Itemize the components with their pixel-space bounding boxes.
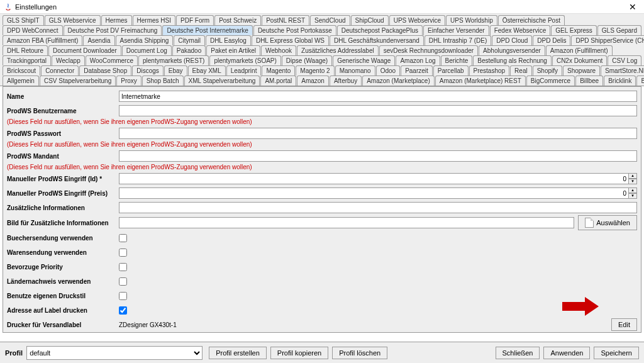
tab[interactable]: Connector <box>41 65 79 75</box>
tab[interactable]: Odoo <box>376 65 400 75</box>
bild-input[interactable] <box>119 217 574 228</box>
tab[interactable]: Allgemein <box>3 75 39 86</box>
tab[interactable]: DHL Retoure <box>3 45 48 55</box>
tab[interactable]: DHL Intraship 7 (DE) <box>425 35 491 45</box>
tab[interactable]: Deutsche Post Portokasse <box>253 25 336 35</box>
tab[interactable]: Billbee <box>575 75 603 86</box>
tab[interactable]: Deutsche Post DV Freimachung <box>64 25 162 35</box>
profile-create-button[interactable]: Profil erstellen <box>209 347 267 359</box>
man-id-spinner[interactable]: ▲▼ <box>628 173 637 184</box>
edit-printer-button[interactable]: Edit <box>611 318 637 331</box>
choose-file-button[interactable]: Auswählen <box>578 215 637 230</box>
tab[interactable]: Hermes HSI <box>133 15 175 25</box>
tab[interactable]: Paarzeit <box>401 65 433 75</box>
tab[interactable]: Amazon Log <box>396 55 440 65</box>
tab[interactable]: plentymarkets (SOAP) <box>209 55 280 65</box>
tab[interactable]: Magento <box>262 65 295 75</box>
tab[interactable]: AM.portal <box>260 75 296 86</box>
tab[interactable]: GLS Gepard <box>597 25 641 35</box>
cb-waren[interactable] <box>119 249 127 257</box>
tab[interactable]: BigCommerce <box>526 75 575 86</box>
prodws-mandant-input[interactable] <box>119 150 637 162</box>
tab[interactable]: DPD Cloud <box>492 35 532 45</box>
tab[interactable]: Post Schweiz <box>214 15 261 25</box>
cb-buecher[interactable] <box>119 234 127 242</box>
tab[interactable]: Bricklink <box>604 75 636 86</box>
tab[interactable]: sevDesk Rechnungsdownloader <box>379 45 478 55</box>
tab[interactable]: Asendia Shipping <box>116 35 174 45</box>
tab[interactable]: Shop Batch <box>142 75 184 86</box>
tab[interactable]: Berichte <box>441 55 473 65</box>
tab[interactable]: DPD ShipperService (CH) <box>571 35 644 45</box>
tab[interactable]: Amazon (Fulfillment) <box>546 45 613 55</box>
tab[interactable]: Deutsche Post Internetmarke <box>162 25 253 35</box>
name-input[interactable] <box>119 91 637 102</box>
tab[interactable]: Asendia <box>83 35 114 45</box>
tab[interactable]: Manomano <box>335 65 375 75</box>
tab[interactable]: SmartStore.NET <box>601 65 644 75</box>
tab[interactable]: Real <box>510 65 532 75</box>
tab[interactable]: GLS Webservice <box>45 15 101 25</box>
tab[interactable]: Trackingportal <box>3 55 51 65</box>
tab[interactable]: Generische Waage <box>333 55 395 65</box>
tab[interactable]: Abholungsversender <box>479 45 545 55</box>
tab[interactable]: Afterbuy <box>330 75 362 86</box>
cb-prio[interactable] <box>119 263 127 271</box>
tab[interactable]: GLS ShipIT <box>3 15 44 25</box>
tab[interactable]: Einfacher Versender <box>423 25 489 35</box>
tab[interactable]: Shopware <box>563 65 600 75</box>
tab[interactable]: Paket ein Artikel <box>206 45 260 55</box>
man-price-input[interactable] <box>119 187 629 199</box>
tab[interactable]: DPD WebConnect <box>3 25 63 35</box>
tab[interactable]: Amazon FBA (Fulfillment) <box>3 35 82 45</box>
close-icon[interactable]: ✕ <box>625 2 640 12</box>
tab[interactable]: Document Log <box>122 45 172 55</box>
tab[interactable]: DHL Easylog <box>206 35 251 45</box>
tab[interactable]: CSV Log <box>608 55 641 65</box>
profile-delete-button[interactable]: Profil löschen <box>332 347 387 359</box>
apply-button[interactable]: Anwenden <box>543 347 590 359</box>
tab[interactable]: Amazon (Marketplace) REST <box>435 75 526 86</box>
tab[interactable]: Webhook <box>261 45 296 55</box>
close-button[interactable]: Schließen <box>496 347 540 359</box>
tab[interactable]: Amazon (Marketplace) <box>362 75 435 86</box>
tab[interactable]: Magento 2 <box>296 65 334 75</box>
profile-select[interactable]: default <box>26 346 203 360</box>
profile-copy-button[interactable]: Profil kopieren <box>270 347 328 359</box>
tab[interactable]: Prestashop <box>469 65 510 75</box>
tab[interactable]: Dipse (Waage) <box>282 55 332 65</box>
tab[interactable]: Amazon <box>297 75 329 86</box>
tab[interactable]: GEL Express <box>551 25 597 35</box>
tab[interactable]: WooCommerce <box>86 55 138 65</box>
prodws-pass-input[interactable] <box>119 128 637 139</box>
tab[interactable]: ShipCloud <box>351 15 389 25</box>
tab[interactable]: Bestellung als Rechnung <box>473 55 552 65</box>
tab[interactable]: Parcellab <box>433 65 469 75</box>
tab[interactable]: Ebay <box>164 65 187 75</box>
man-price-spinner[interactable]: ▲▼ <box>628 187 637 199</box>
tab[interactable]: Leadprint <box>226 65 262 75</box>
tab[interactable]: Shopify <box>533 65 562 75</box>
tab[interactable]: DHL Express Global WS <box>252 35 329 45</box>
tab[interactable]: PostNL REST <box>262 15 309 25</box>
tab[interactable]: Österreichische Post <box>498 15 565 25</box>
tab[interactable]: Hermes <box>101 15 132 25</box>
tab[interactable]: DPD Delis <box>533 35 570 45</box>
tab[interactable]: Ebay XML <box>188 65 226 75</box>
tab[interactable]: Zusätzliches Addresslabel <box>297 45 379 55</box>
tab[interactable]: Deutschepost PackagePlus <box>337 25 423 35</box>
tab[interactable]: Weclapp <box>52 55 85 65</box>
tab[interactable]: Fedex Webservice <box>490 25 551 35</box>
zus-info-input[interactable] <box>119 202 637 213</box>
cb-laender[interactable] <box>119 277 127 286</box>
tab[interactable]: CSV Stapelverarbeitung <box>40 75 116 86</box>
tab[interactable]: Database Shop <box>79 65 131 75</box>
tab[interactable]: UPS Webservice <box>389 15 445 25</box>
tab[interactable]: SendCloud <box>310 15 350 25</box>
tab[interactable]: Document Downloader <box>48 45 121 55</box>
tab[interactable]: Citymail <box>174 35 205 45</box>
tab[interactable]: Discogs <box>132 65 164 75</box>
tab[interactable]: XML Stapelverarbeitung <box>184 75 260 86</box>
tab[interactable]: CN2x Dokument <box>552 55 607 65</box>
tab[interactable]: Brickowl <box>636 75 644 86</box>
